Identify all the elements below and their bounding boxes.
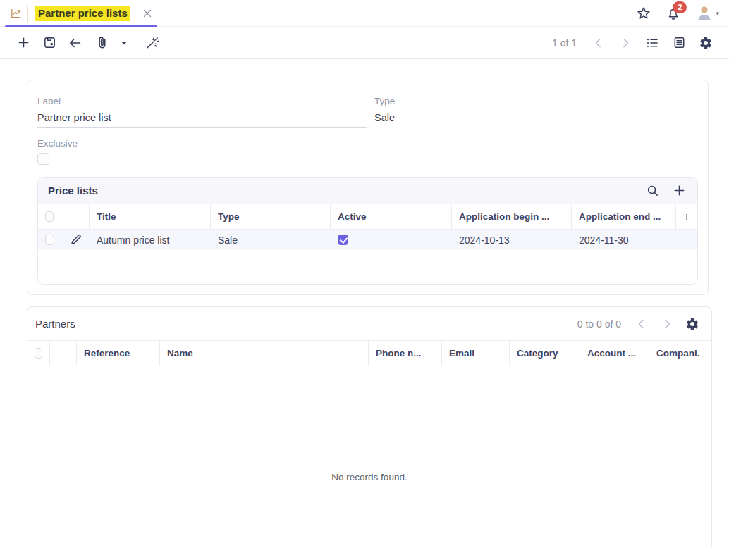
notifications-bell-icon[interactable]: 2	[666, 6, 681, 21]
type-field-label: Type	[374, 90, 395, 106]
type-field[interactable]: Type Sale	[374, 90, 395, 128]
cell-application-begin: 2024-10-13	[452, 230, 572, 250]
record-form-card: Label Partner price list Type Sale Exclu…	[27, 80, 709, 295]
select-all-checkbox-cell[interactable]	[38, 204, 61, 229]
exclusive-checkbox[interactable]	[37, 153, 49, 165]
column-header-active[interactable]: Active	[331, 204, 452, 229]
back-button[interactable]	[63, 31, 87, 55]
column-header-application-begin[interactable]: Application begin ...	[452, 204, 572, 229]
attachment-icon[interactable]	[90, 31, 114, 55]
column-header-email[interactable]: Email	[442, 341, 510, 366]
partners-panel-header: Partners 0 to 0 of 0	[27, 307, 711, 340]
partners-prev-page-button[interactable]	[630, 312, 654, 336]
add-price-list-button[interactable]	[669, 181, 689, 201]
user-avatar[interactable]: ▾	[695, 4, 719, 23]
main-content: Label Partner price list Type Sale Exclu…	[0, 59, 729, 547]
column-header-category[interactable]: Category	[510, 341, 580, 366]
price-list-row[interactable]: Autumn price list Sale 2024-10-13 2024-1…	[38, 230, 697, 250]
column-header-name[interactable]: Name	[160, 341, 369, 366]
partners-select-all-checkbox[interactable]	[27, 341, 50, 366]
new-record-button[interactable]	[11, 31, 35, 55]
label-field-value[interactable]: Partner price list	[37, 106, 367, 127]
toolbar: 1 of 1	[0, 27, 729, 59]
cell-active-checkbox[interactable]	[331, 230, 452, 250]
list-view-icon[interactable]	[640, 31, 664, 55]
column-header-application-end[interactable]: Application end ...	[572, 204, 676, 229]
type-field-value[interactable]: Sale	[374, 106, 395, 127]
partners-settings-gear-icon[interactable]	[680, 312, 704, 336]
magic-wand-icon[interactable]	[140, 31, 164, 55]
price-lists-panel-header: Price lists	[38, 178, 697, 204]
star-icon[interactable]	[636, 6, 651, 21]
prev-record-button[interactable]	[587, 31, 611, 55]
save-button[interactable]	[37, 31, 61, 55]
cell-title: Autumn price list	[90, 230, 211, 250]
edit-column-header	[61, 204, 90, 229]
notifications-badge: 2	[673, 1, 687, 13]
price-lists-title: Price lists	[48, 185, 98, 197]
cell-application-end: 2024-11-30	[572, 230, 676, 250]
cell-type: Sale	[211, 230, 331, 250]
column-header-companies[interactable]: Compani.	[649, 341, 711, 366]
column-header-phone[interactable]: Phone n...	[369, 341, 442, 366]
label-field-label: Label	[37, 90, 367, 106]
no-records-message: No records found.	[27, 472, 711, 483]
line-chart-icon	[10, 5, 28, 22]
column-header-type[interactable]: Type	[211, 204, 331, 229]
partners-panel: Partners 0 to 0 of 0 Reference	[27, 306, 712, 547]
partners-table-header: Reference Name Phone n... Email Category…	[27, 340, 711, 366]
chevron-down-icon: ▾	[716, 10, 719, 17]
partners-title: Partners	[35, 318, 75, 330]
row-checkbox[interactable]	[38, 230, 61, 250]
price-lists-table-header: Title Type Active Application begin ... …	[38, 204, 697, 230]
settings-gear-icon[interactable]	[694, 31, 718, 55]
exclusive-field: Exclusive	[37, 132, 698, 165]
column-header-account[interactable]: Account ...	[580, 341, 649, 366]
partners-pager: 0 to 0 of 0	[577, 318, 621, 330]
partners-edit-column-header	[50, 341, 77, 366]
record-pager: 1 of 1	[552, 37, 577, 49]
price-lists-panel: Price lists Title Type Active Applicatio…	[37, 177, 698, 285]
column-header-reference[interactable]: Reference	[77, 341, 160, 366]
column-header-title[interactable]: Title	[90, 204, 211, 229]
active-tab-indicator	[5, 25, 157, 27]
form-view-icon[interactable]	[667, 31, 691, 55]
label-field[interactable]: Label Partner price list	[37, 90, 367, 128]
search-icon[interactable]	[642, 181, 662, 201]
tab-title: Partner price lists	[35, 6, 130, 21]
partners-next-page-button[interactable]	[655, 312, 679, 336]
next-record-button[interactable]	[613, 31, 637, 55]
exclusive-field-label: Exclusive	[37, 132, 698, 149]
top-tab-bar: Partner price lists 2 ▾	[0, 0, 729, 27]
tab-partner-price-lists[interactable]: Partner price lists	[0, 0, 160, 26]
price-lists-empty-area	[38, 250, 697, 284]
edit-pencil-icon[interactable]	[61, 230, 90, 250]
more-actions-caret[interactable]	[116, 31, 133, 55]
column-menu-ellipsis-icon[interactable]	[676, 204, 697, 229]
close-icon[interactable]	[142, 8, 153, 19]
